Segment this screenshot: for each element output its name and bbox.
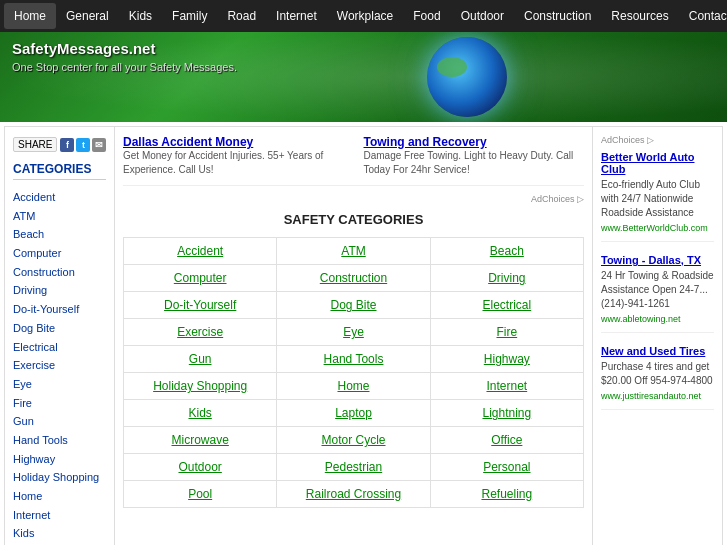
right-ad-choices-label[interactable]: AdChoices ▷ — [601, 135, 714, 145]
main-layout: SHARE f t ✉ CATEGORIES AccidentATMBeachC… — [4, 126, 723, 545]
category-link-computer[interactable]: Computer — [174, 271, 227, 285]
top-ad-left: Dallas Accident Money Get Money for Acci… — [123, 135, 344, 177]
sidebar-link-eye[interactable]: Eye — [13, 375, 106, 394]
category-link-microwave[interactable]: Microwave — [171, 433, 228, 447]
top-ad-right-title[interactable]: Towing and Recovery — [364, 135, 585, 149]
category-link-do-it-yourself[interactable]: Do-it-Yourself — [164, 298, 236, 312]
category-link-dog-bite[interactable]: Dog Bite — [330, 298, 376, 312]
nav-item-construction[interactable]: Construction — [514, 3, 601, 29]
nav-item-family[interactable]: Family — [162, 3, 217, 29]
top-ad-right-desc: Damage Free Towing. Light to Heavy Duty.… — [364, 149, 585, 177]
category-link-atm[interactable]: ATM — [341, 244, 365, 258]
category-link-pedestrian[interactable]: Pedestrian — [325, 460, 382, 474]
right-ad-desc: Purchase 4 tires and get $20.00 Off 954-… — [601, 360, 714, 388]
nav-item-resources[interactable]: Resources — [601, 3, 678, 29]
table-row: PoolRailroad CrossingRefueling — [124, 481, 584, 508]
category-link-home[interactable]: Home — [337, 379, 369, 393]
category-link-kids[interactable]: Kids — [188, 406, 211, 420]
sidebar-link-hand-tools[interactable]: Hand Tools — [13, 431, 106, 450]
category-link-eye[interactable]: Eye — [343, 325, 364, 339]
right-ad-title[interactable]: New and Used Tires — [601, 345, 714, 357]
share-button[interactable]: SHARE — [13, 137, 57, 152]
nav-item-home[interactable]: Home — [4, 3, 56, 29]
header-banner: SafetyMessages.net One Stop center for a… — [0, 32, 727, 122]
sidebar-link-driving[interactable]: Driving — [13, 281, 106, 300]
sidebar-link-internet[interactable]: Internet — [13, 506, 106, 525]
left-sidebar: SHARE f t ✉ CATEGORIES AccidentATMBeachC… — [5, 127, 115, 545]
nav-item-road[interactable]: Road — [217, 3, 266, 29]
sidebar-link-dog-bite[interactable]: Dog Bite — [13, 319, 106, 338]
nav-item-outdoor[interactable]: Outdoor — [451, 3, 514, 29]
category-link-electrical[interactable]: Electrical — [482, 298, 531, 312]
email-icon[interactable]: ✉ — [92, 138, 106, 152]
table-row: Do-it-YourselfDog BiteElectrical — [124, 292, 584, 319]
sidebar-link-construction[interactable]: Construction — [13, 263, 106, 282]
sidebar-link-computer[interactable]: Computer — [13, 244, 106, 263]
table-row: Holiday ShoppingHomeInternet — [124, 373, 584, 400]
right-ad-block: Better World Auto ClubEco-friendly Auto … — [601, 151, 714, 242]
category-link-exercise[interactable]: Exercise — [177, 325, 223, 339]
categories-heading: CATEGORIES — [13, 162, 106, 180]
section-title: SAFETY CATEGORIES — [123, 212, 584, 227]
category-link-driving[interactable]: Driving — [488, 271, 525, 285]
nav-item-contact-us[interactable]: Contact Us — [679, 3, 727, 29]
right-ad-title[interactable]: Better World Auto Club — [601, 151, 714, 175]
sidebar-link-beach[interactable]: Beach — [13, 225, 106, 244]
right-ad-url: www.justtiresandauto.net — [601, 391, 714, 401]
category-link-fire[interactable]: Fire — [496, 325, 517, 339]
category-link-outdoor[interactable]: Outdoor — [178, 460, 221, 474]
category-link-accident[interactable]: Accident — [177, 244, 223, 258]
categories-grid: AccidentATMBeachComputerConstructionDriv… — [123, 237, 584, 508]
facebook-icon[interactable]: f — [60, 138, 74, 152]
category-link-laptop[interactable]: Laptop — [335, 406, 372, 420]
sidebar-link-kids[interactable]: Kids — [13, 524, 106, 543]
category-link-motor-cycle[interactable]: Motor Cycle — [321, 433, 385, 447]
right-ad-title[interactable]: Towing - Dallas, TX — [601, 254, 714, 266]
sidebar-link-gun[interactable]: Gun — [13, 412, 106, 431]
category-link-beach[interactable]: Beach — [490, 244, 524, 258]
category-link-pool[interactable]: Pool — [188, 487, 212, 501]
right-ad-block: New and Used TiresPurchase 4 tires and g… — [601, 345, 714, 410]
category-link-personal[interactable]: Personal — [483, 460, 530, 474]
category-link-gun[interactable]: Gun — [189, 352, 212, 366]
table-row: MicrowaveMotor CycleOffice — [124, 427, 584, 454]
top-ad-left-title[interactable]: Dallas Accident Money — [123, 135, 344, 149]
sidebar-link-holiday-shopping[interactable]: Holiday Shopping — [13, 468, 106, 487]
sidebar-links: AccidentATMBeachComputerConstructionDriv… — [13, 188, 106, 545]
sidebar-link-home[interactable]: Home — [13, 487, 106, 506]
category-link-refueling[interactable]: Refueling — [481, 487, 532, 501]
center-ad-choices[interactable]: AdChoices ▷ — [123, 194, 584, 204]
sidebar-link-exercise[interactable]: Exercise — [13, 356, 106, 375]
twitter-icon[interactable]: t — [76, 138, 90, 152]
table-row: ExerciseEyeFire — [124, 319, 584, 346]
category-link-office[interactable]: Office — [491, 433, 522, 447]
nav-item-food[interactable]: Food — [403, 3, 450, 29]
table-row: ComputerConstructionDriving — [124, 265, 584, 292]
category-link-hand-tools[interactable]: Hand Tools — [324, 352, 384, 366]
right-ad-desc: Eco-friendly Auto Club with 24/7 Nationw… — [601, 178, 714, 220]
sidebar-link-electrical[interactable]: Electrical — [13, 338, 106, 357]
nav-item-internet[interactable]: Internet — [266, 3, 327, 29]
right-ad-url: www.BetterWorldClub.com — [601, 223, 714, 233]
category-link-railroad-crossing[interactable]: Railroad Crossing — [306, 487, 401, 501]
category-link-construction[interactable]: Construction — [320, 271, 387, 285]
sidebar-link-highway[interactable]: Highway — [13, 450, 106, 469]
category-link-holiday-shopping[interactable]: Holiday Shopping — [153, 379, 247, 393]
top-navigation: HomeGeneralKidsFamilyRoadInternetWorkpla… — [0, 0, 727, 32]
sidebar-link-accident[interactable]: Accident — [13, 188, 106, 207]
sidebar-link-do-it-yourself[interactable]: Do-it-Yourself — [13, 300, 106, 319]
table-row: KidsLaptopLightning — [124, 400, 584, 427]
right-ad-url: www.abletowing.net — [601, 314, 714, 324]
nav-item-general[interactable]: General — [56, 3, 119, 29]
right-ad-desc: 24 Hr Towing & Roadside Assistance Open … — [601, 269, 714, 311]
sidebar-link-fire[interactable]: Fire — [13, 394, 106, 413]
nav-item-kids[interactable]: Kids — [119, 3, 162, 29]
category-link-highway[interactable]: Highway — [484, 352, 530, 366]
category-link-lightning[interactable]: Lightning — [482, 406, 531, 420]
right-sidebar: AdChoices ▷ Better World Auto ClubEco-fr… — [592, 127, 722, 545]
nav-item-workplace[interactable]: Workplace — [327, 3, 403, 29]
category-link-internet[interactable]: Internet — [486, 379, 527, 393]
globe-decoration — [427, 37, 507, 117]
social-icons: f t ✉ — [60, 138, 106, 152]
sidebar-link-atm[interactable]: ATM — [13, 207, 106, 226]
